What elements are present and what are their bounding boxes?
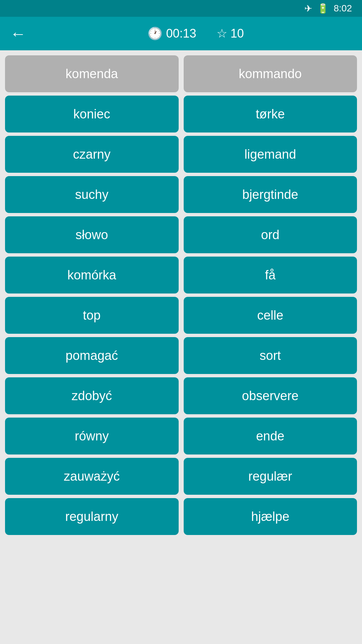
- right-word-card-1[interactable]: tørke: [184, 96, 357, 132]
- right-word-card-4[interactable]: ord: [184, 216, 357, 253]
- timer-display: 🕐 00:13: [147, 26, 196, 41]
- left-word-card-5[interactable]: komórka: [5, 257, 179, 293]
- left-word-card-9[interactable]: równy: [5, 418, 179, 454]
- columns-container: komendakoniecczarnysuchysłowokomórkatopp…: [5, 55, 357, 535]
- right-word-card-7[interactable]: sort: [184, 337, 357, 374]
- stars-display: ☆ 10: [217, 26, 244, 41]
- top-bar-center: 🕐 00:13 ☆ 10: [40, 26, 352, 41]
- right-word-card-6[interactable]: celle: [184, 297, 357, 334]
- right-word-card-0[interactable]: kommando: [184, 55, 357, 92]
- status-bar: ✈ 🔋 8:02: [0, 0, 362, 17]
- right-word-card-2[interactable]: ligemand: [184, 136, 357, 173]
- left-word-card-2[interactable]: czarny: [5, 136, 179, 173]
- back-button[interactable]: ←: [10, 24, 26, 43]
- right-word-card-8[interactable]: observere: [184, 377, 357, 414]
- time-display: 8:02: [334, 3, 352, 14]
- left-word-card-8[interactable]: zdobyć: [5, 377, 179, 414]
- left-word-card-3[interactable]: suchy: [5, 176, 179, 213]
- left-word-card-7[interactable]: pomagać: [5, 337, 179, 374]
- right-word-card-3[interactable]: bjergtinde: [184, 176, 357, 213]
- left-word-card-0[interactable]: komenda: [5, 55, 179, 92]
- stars-value: 10: [231, 26, 244, 41]
- clock-icon: 🕐: [147, 26, 163, 41]
- airplane-icon: ✈: [304, 3, 312, 14]
- left-column: komendakoniecczarnysuchysłowokomórkatopp…: [5, 55, 179, 535]
- right-word-card-9[interactable]: ende: [184, 418, 357, 454]
- right-word-card-11[interactable]: hjælpe: [184, 498, 357, 535]
- top-bar: ← 🕐 00:13 ☆ 10: [0, 17, 362, 50]
- left-word-card-1[interactable]: koniec: [5, 96, 179, 132]
- left-word-card-4[interactable]: słowo: [5, 216, 179, 253]
- right-column: kommandotørkeligemandbjergtindeordfåcell…: [184, 55, 357, 535]
- left-word-card-10[interactable]: zauważyć: [5, 458, 179, 495]
- right-word-card-10[interactable]: regulær: [184, 458, 357, 495]
- right-word-card-5[interactable]: få: [184, 257, 357, 293]
- left-word-card-6[interactable]: top: [5, 297, 179, 334]
- left-word-card-11[interactable]: regularny: [5, 498, 179, 535]
- back-arrow-icon: ←: [10, 24, 26, 43]
- timer-value: 00:13: [166, 26, 196, 41]
- star-icon: ☆: [217, 26, 227, 41]
- content-area: komendakoniecczarnysuchysłowokomórkatopp…: [0, 50, 362, 644]
- battery-icon: 🔋: [317, 3, 329, 14]
